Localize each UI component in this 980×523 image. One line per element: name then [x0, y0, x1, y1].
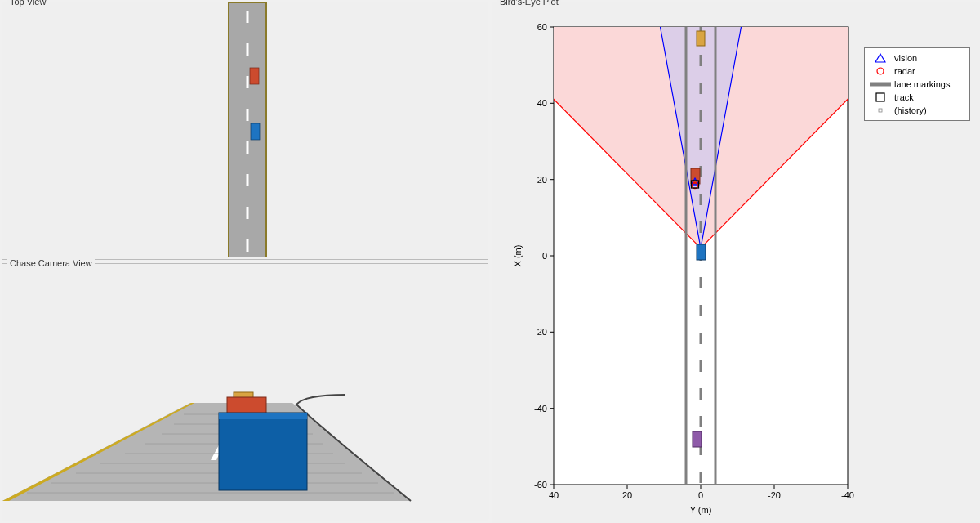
ytick-0: -60: [534, 480, 547, 489]
ytick-4: 20: [537, 175, 547, 185]
chase-view-panel: Chase Camera View: [2, 263, 488, 521]
top-view-ego-car: [251, 123, 260, 140]
chase-view-title: Chase Camera View: [7, 258, 95, 268]
legend-row-vision: vision: [870, 51, 964, 65]
app-container: Top View: [0, 0, 980, 523]
top-view-lead-car: [250, 68, 259, 84]
legend-row-lane: lane markings: [870, 78, 964, 91]
xtick-1: 20: [622, 490, 632, 500]
road-surface: [229, 2, 266, 257]
left-column: Top View: [0, 0, 490, 523]
xtick-2: 0: [698, 490, 703, 500]
birdseye-panel: Bird's-Eye Plot: [492, 2, 980, 523]
xtick-4: -40: [841, 490, 854, 500]
bep-ego-car: [697, 244, 706, 260]
svg-rect-40: [876, 93, 884, 101]
svg-rect-41: [879, 109, 882, 112]
ytick-5: 40: [537, 98, 547, 108]
legend-row-track: track: [870, 91, 964, 104]
bep-rear-car: [693, 431, 702, 447]
legend-label-track: track: [894, 92, 914, 102]
legend: vision radar lane markings track (histor…: [864, 47, 970, 121]
ytick-1: -40: [534, 404, 547, 413]
birdseye-title: Bird's-Eye Plot: [497, 0, 561, 7]
ytick-3: 0: [542, 251, 547, 261]
legend-label-lane: lane markings: [894, 79, 950, 89]
xtick-0: 40: [549, 490, 559, 500]
top-view-title: Top View: [7, 0, 48, 7]
svg-marker-37: [875, 54, 885, 62]
chase-lead-car: [227, 397, 266, 413]
y-axis-label: X (m): [513, 245, 523, 267]
ytick-2: -20: [534, 327, 547, 337]
ytick-6: 60: [537, 22, 547, 32]
svg-rect-19: [219, 413, 307, 419]
top-view-panel: Top View: [2, 2, 488, 260]
xtick-3: -20: [768, 490, 781, 500]
legend-label-history: (history): [894, 105, 927, 115]
x-axis-label: Y (m): [690, 505, 712, 515]
legend-label-radar: radar: [894, 66, 915, 76]
svg-point-38: [877, 68, 884, 74]
legend-row-radar: radar: [870, 65, 964, 78]
legend-row-history: (history): [870, 104, 964, 117]
top-view-canvas: [2, 2, 489, 257]
legend-label-vision: vision: [894, 53, 917, 63]
chase-ego-car: [219, 413, 307, 490]
chase-view-canvas: [2, 264, 489, 519]
bep-far-car: [697, 31, 705, 46]
